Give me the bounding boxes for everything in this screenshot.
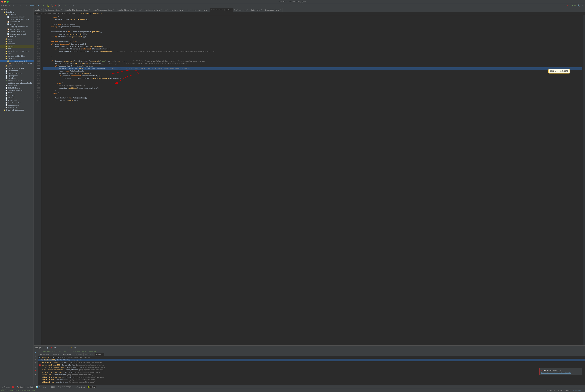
debug-button[interactable]: 🐛	[46, 4, 50, 7]
debug-evaluate-button[interactable]: ⚡	[70, 346, 73, 350]
frame-firelifecycleevent-95[interactable]: fireLifecycleEvent:95, LifecycleBase (or…	[38, 369, 585, 371]
sidebar-item-context-xml[interactable]: 📋 context.xml	[0, 21, 34, 23]
breadcrumb-item[interactable]: ContextConfig	[79, 13, 91, 14]
bottom-tab-build[interactable]: 🔨 Build	[16, 386, 25, 388]
sidebar-item-java[interactable]: ▶ 📁 java	[0, 38, 34, 40]
sidebar-item-work[interactable]: ▶ 📁 work	[0, 65, 34, 67]
sidebar-item-running[interactable]: 📄 RUNNING.txt	[0, 104, 34, 106]
sidebar-item-project[interactable]: 📄 .project	[0, 77, 34, 80]
sidebar-item-keys[interactable]: 📄 KEYS	[0, 92, 34, 94]
sidebar-item-server-xml[interactable]: 📋 server.xml	[0, 28, 34, 30]
sidebar-item-output[interactable]: ▶ 📁 output	[0, 45, 34, 48]
git-push-button[interactable]: ↑	[72, 4, 75, 7]
sidebar-item-res[interactable]: ▶ 📁 res	[0, 48, 34, 50]
sidebar-item-building-txt[interactable]: 📄 BUILDING.txt	[0, 87, 34, 89]
settings-button[interactable]: ⚙	[20, 4, 23, 7]
sidebar-item-build-properties[interactable]: ⚙ build.properties	[0, 80, 34, 82]
breakpoint-icon[interactable]: ●	[34, 369, 37, 372]
sidebar-item-test[interactable]: ▶ 📁 test	[0, 52, 34, 55]
sidebar-item-license[interactable]: 📄 LICENSE	[0, 94, 34, 96]
breadcrumb-item[interactable]: catalina	[61, 13, 68, 14]
frame-text[interactable]: expand:93, ExpandWar (org.apache.catalin…	[41, 356, 92, 358]
search-everywhere-button[interactable]: 🔍	[577, 4, 580, 7]
sidebar-item-external-libs[interactable]: ▶ 📁 External Libraries	[0, 109, 34, 111]
sidebar-item-contributing[interactable]: 📄 CONTRIBUTING.md	[0, 89, 34, 92]
sidebar-item-servelet-war[interactable]: 📦 servelet-test-1.0.war	[0, 62, 34, 65]
git-check-button[interactable]: ✓	[64, 4, 68, 7]
tab-jarscanner[interactable]: JarScanner.java ×	[44, 8, 64, 12]
bottom-tab-sequence-diagram[interactable]: Sequence Diagram	[57, 386, 74, 388]
debug-step-out-button[interactable]: ↑	[62, 346, 65, 350]
sidebar-item-logs[interactable]: ▶ 📁 logs	[0, 40, 34, 43]
settings-gear-button[interactable]: ⚙	[581, 4, 584, 7]
breadcrumb-item[interactable]: tomcat	[35, 13, 40, 14]
sidebar-item-status[interactable]: 📄 STATUS.txt	[0, 106, 34, 109]
sidebar-item-ant-targets[interactable]: 📋 .ant-targets.xml	[0, 67, 34, 70]
bottom-tab-terminal[interactable]: ⊞ Terminal	[75, 386, 86, 388]
tab-constants[interactable]: scan/Constants.java ×	[92, 8, 115, 12]
status-branch[interactable]: ⎇ master	[573, 390, 581, 392]
debug-settings-button[interactable]: ⚙	[74, 346, 77, 350]
breadcrumb-item[interactable]: org	[48, 13, 51, 14]
tab-expandwar[interactable]: ExpandWar.java ×	[264, 8, 283, 12]
tab-close-icon[interactable]: ×	[60, 9, 62, 11]
debug-resume-button[interactable]: ▶	[42, 346, 45, 350]
frame-addchild-710[interactable]: addChild:710, StandardHost (org.apache.c…	[38, 381, 585, 384]
tab-close-icon[interactable]: ×	[40, 9, 42, 11]
frame-beforestart[interactable]: beforeStart:1011, ContextConfig (org.apa…	[38, 362, 585, 364]
debug-stop-button[interactable]: ■	[50, 346, 53, 350]
code-editor[interactable]: } else { docBase = file.getCanonicalPath…	[41, 15, 583, 346]
debug-filter-icon[interactable]: ⋮	[582, 347, 584, 349]
debug-tab-overhead[interactable]: Overhead	[61, 353, 73, 356]
close-button[interactable]	[1, 1, 3, 2]
bottom-tab-todo[interactable]: ✓ TODO	[48, 386, 56, 388]
frame-lifecycleevent[interactable]: lifecycleEvent:452, ContextConfig (org.a…	[38, 364, 585, 366]
sidebar-item-classpath[interactable]: 📄 .classpath	[0, 70, 34, 72]
status-position[interactable]: 822:39	[546, 390, 552, 391]
sidebar-item-catalina-policy[interactable]: 📄 catalina.policy	[0, 16, 34, 18]
run-button[interactable]: ▶	[42, 4, 46, 7]
bottom-tab-debug[interactable]: 🐛 Debug	[87, 386, 96, 388]
sidebar-item-webapps[interactable]: ▾ 📁 webapps	[0, 58, 34, 60]
tab-file[interactable]: File.java ×	[250, 8, 264, 12]
sidebar-item-build-properties-default[interactable]: ⚙ build.properties.default	[0, 82, 34, 84]
sidebar-item-build-xml[interactable]: 📋 build.xml	[0, 84, 34, 87]
frame-addchild-999[interactable]: addChild:999, ContainerBase (org.apache.…	[38, 378, 585, 381]
debug-tab-console[interactable]: Console	[84, 353, 94, 356]
stop-button[interactable]: ■	[54, 4, 58, 7]
tab-close-icon[interactable]: ×	[160, 9, 162, 11]
collapse-all-button[interactable]: ⊟	[12, 4, 15, 7]
breadcrumb-item[interactable]: startup	[70, 13, 77, 14]
debug-icon[interactable]: ▶	[34, 351, 37, 354]
status-encoding[interactable]: UTF-8	[557, 390, 562, 391]
tab-close-icon[interactable]: ×	[261, 9, 262, 11]
sidebar-item-tomcat-build-libs[interactable]: ▶ 📁 tomcat-build-libs	[0, 55, 34, 58]
fullscreen-button[interactable]	[7, 1, 8, 2]
sidebar-item-tomcat-users-xml[interactable]: 📋 tomcat-users.xml	[0, 30, 34, 33]
sidebar-item-gitignore[interactable]: 📄 .gitignore	[0, 74, 34, 77]
debug-tab-threads[interactable]: Threads	[73, 353, 84, 356]
sidebar-item-servelet-test[interactable]: ▾ 📁 servelet-test-1.0	[0, 60, 34, 62]
tab-standardjarscanner[interactable]: StandardJarScanner.java ×	[64, 8, 92, 12]
tab-close-icon[interactable]: ×	[207, 9, 209, 11]
debug-step-over-button[interactable]: ↷	[54, 346, 57, 350]
tab-close-icon[interactable]: ×	[183, 9, 185, 11]
resume-icon[interactable]: ▷	[34, 354, 37, 358]
step-into-icon[interactable]: ⤵	[34, 362, 37, 365]
tab-close-icon[interactable]: ×	[134, 9, 136, 11]
tab-lifecyclebase[interactable]: LifecycleBase.java ×	[163, 8, 186, 12]
git-update-button[interactable]: ⇅	[68, 4, 71, 7]
tab-close-icon[interactable]: ×	[112, 9, 114, 11]
tab-uriutil[interactable]: UriUtil.java ×	[233, 8, 250, 12]
debug-pause-button[interactable]: ⏸	[46, 346, 49, 350]
back-button[interactable]: ←	[25, 4, 28, 7]
status-line-ending[interactable]: LF	[554, 390, 555, 391]
bottom-tab-profiler[interactable]: 📊 Profiler	[35, 386, 47, 388]
breadcrumb-item[interactable]: java	[42, 13, 46, 14]
minimize-button[interactable]	[4, 1, 6, 2]
tab-close-icon[interactable]: ×	[230, 9, 232, 11]
step-over-icon[interactable]: ↷	[34, 358, 37, 361]
status-indent[interactable]: 4 spaces	[564, 390, 571, 391]
sidebar-item-readme[interactable]: 📄 README.md	[0, 99, 34, 102]
refresh-button[interactable]: ↻	[16, 4, 19, 7]
